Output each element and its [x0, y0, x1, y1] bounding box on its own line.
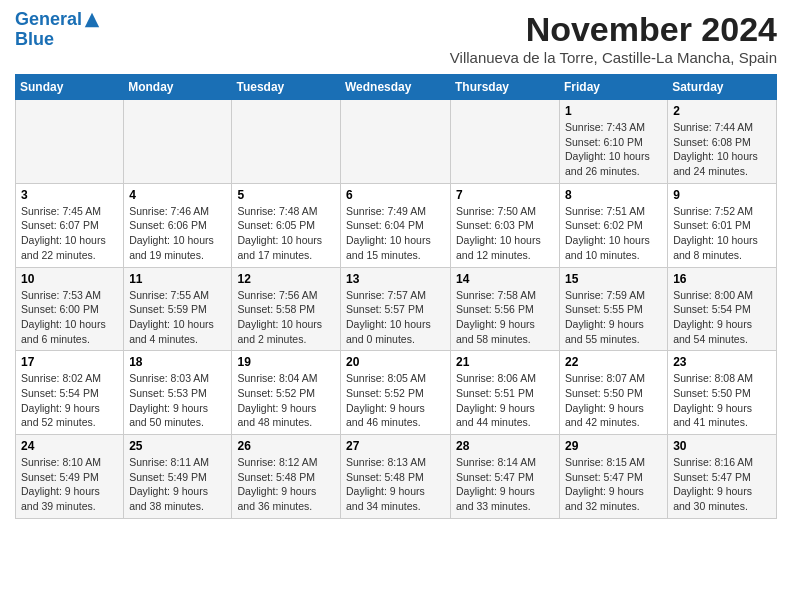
day-info: Sunrise: 8:14 AM Sunset: 5:47 PM Dayligh…	[456, 455, 554, 514]
logo: General Blue	[15, 10, 101, 50]
calendar-cell: 23Sunrise: 8:08 AM Sunset: 5:50 PM Dayli…	[668, 351, 777, 435]
day-info: Sunrise: 7:58 AM Sunset: 5:56 PM Dayligh…	[456, 288, 554, 347]
day-number: 27	[346, 439, 445, 453]
calendar-cell: 21Sunrise: 8:06 AM Sunset: 5:51 PM Dayli…	[451, 351, 560, 435]
calendar-cell: 18Sunrise: 8:03 AM Sunset: 5:53 PM Dayli…	[124, 351, 232, 435]
day-number: 21	[456, 355, 554, 369]
day-info: Sunrise: 8:13 AM Sunset: 5:48 PM Dayligh…	[346, 455, 445, 514]
day-number: 19	[237, 355, 335, 369]
day-number: 25	[129, 439, 226, 453]
calendar-cell	[124, 100, 232, 184]
day-info: Sunrise: 7:56 AM Sunset: 5:58 PM Dayligh…	[237, 288, 335, 347]
calendar-table: SundayMondayTuesdayWednesdayThursdayFrid…	[15, 74, 777, 519]
calendar-week-row: 17Sunrise: 8:02 AM Sunset: 5:54 PM Dayli…	[16, 351, 777, 435]
weekday-header-row: SundayMondayTuesdayWednesdayThursdayFrid…	[16, 75, 777, 100]
weekday-header: Sunday	[16, 75, 124, 100]
calendar-week-row: 3Sunrise: 7:45 AM Sunset: 6:07 PM Daylig…	[16, 183, 777, 267]
day-info: Sunrise: 8:02 AM Sunset: 5:54 PM Dayligh…	[21, 371, 118, 430]
month-title: November 2024	[450, 10, 777, 49]
weekday-header: Tuesday	[232, 75, 341, 100]
weekday-header: Wednesday	[341, 75, 451, 100]
calendar-cell: 4Sunrise: 7:46 AM Sunset: 6:06 PM Daylig…	[124, 183, 232, 267]
day-number: 20	[346, 355, 445, 369]
day-number: 22	[565, 355, 662, 369]
calendar-cell: 14Sunrise: 7:58 AM Sunset: 5:56 PM Dayli…	[451, 267, 560, 351]
day-info: Sunrise: 8:12 AM Sunset: 5:48 PM Dayligh…	[237, 455, 335, 514]
day-info: Sunrise: 8:05 AM Sunset: 5:52 PM Dayligh…	[346, 371, 445, 430]
calendar-cell	[16, 100, 124, 184]
calendar-cell: 8Sunrise: 7:51 AM Sunset: 6:02 PM Daylig…	[560, 183, 668, 267]
day-info: Sunrise: 7:46 AM Sunset: 6:06 PM Dayligh…	[129, 204, 226, 263]
day-number: 8	[565, 188, 662, 202]
location-title: Villanueva de la Torre, Castille-La Manc…	[450, 49, 777, 66]
calendar-cell: 15Sunrise: 7:59 AM Sunset: 5:55 PM Dayli…	[560, 267, 668, 351]
calendar-cell: 12Sunrise: 7:56 AM Sunset: 5:58 PM Dayli…	[232, 267, 341, 351]
day-number: 1	[565, 104, 662, 118]
day-number: 12	[237, 272, 335, 286]
day-info: Sunrise: 7:44 AM Sunset: 6:08 PM Dayligh…	[673, 120, 771, 179]
day-number: 16	[673, 272, 771, 286]
day-number: 30	[673, 439, 771, 453]
day-info: Sunrise: 7:50 AM Sunset: 6:03 PM Dayligh…	[456, 204, 554, 263]
calendar-week-row: 1Sunrise: 7:43 AM Sunset: 6:10 PM Daylig…	[16, 100, 777, 184]
calendar-cell: 27Sunrise: 8:13 AM Sunset: 5:48 PM Dayli…	[341, 435, 451, 519]
logo-general: General	[15, 10, 82, 30]
calendar-cell: 19Sunrise: 8:04 AM Sunset: 5:52 PM Dayli…	[232, 351, 341, 435]
day-info: Sunrise: 8:06 AM Sunset: 5:51 PM Dayligh…	[456, 371, 554, 430]
logo-blue: Blue	[15, 30, 101, 50]
weekday-header: Friday	[560, 75, 668, 100]
day-info: Sunrise: 8:15 AM Sunset: 5:47 PM Dayligh…	[565, 455, 662, 514]
calendar-cell: 16Sunrise: 8:00 AM Sunset: 5:54 PM Dayli…	[668, 267, 777, 351]
day-number: 24	[21, 439, 118, 453]
day-number: 29	[565, 439, 662, 453]
calendar-cell: 22Sunrise: 8:07 AM Sunset: 5:50 PM Dayli…	[560, 351, 668, 435]
day-info: Sunrise: 7:48 AM Sunset: 6:05 PM Dayligh…	[237, 204, 335, 263]
day-info: Sunrise: 8:11 AM Sunset: 5:49 PM Dayligh…	[129, 455, 226, 514]
calendar-week-row: 24Sunrise: 8:10 AM Sunset: 5:49 PM Dayli…	[16, 435, 777, 519]
calendar-cell: 6Sunrise: 7:49 AM Sunset: 6:04 PM Daylig…	[341, 183, 451, 267]
calendar-cell: 17Sunrise: 8:02 AM Sunset: 5:54 PM Dayli…	[16, 351, 124, 435]
day-number: 10	[21, 272, 118, 286]
day-info: Sunrise: 8:03 AM Sunset: 5:53 PM Dayligh…	[129, 371, 226, 430]
day-info: Sunrise: 7:52 AM Sunset: 6:01 PM Dayligh…	[673, 204, 771, 263]
calendar-week-row: 10Sunrise: 7:53 AM Sunset: 6:00 PM Dayli…	[16, 267, 777, 351]
day-number: 18	[129, 355, 226, 369]
day-info: Sunrise: 7:49 AM Sunset: 6:04 PM Dayligh…	[346, 204, 445, 263]
day-number: 15	[565, 272, 662, 286]
weekday-header: Saturday	[668, 75, 777, 100]
weekday-header: Monday	[124, 75, 232, 100]
calendar-cell	[341, 100, 451, 184]
day-info: Sunrise: 8:10 AM Sunset: 5:49 PM Dayligh…	[21, 455, 118, 514]
logo-icon	[83, 11, 101, 29]
day-info: Sunrise: 7:55 AM Sunset: 5:59 PM Dayligh…	[129, 288, 226, 347]
day-number: 7	[456, 188, 554, 202]
calendar-cell: 20Sunrise: 8:05 AM Sunset: 5:52 PM Dayli…	[341, 351, 451, 435]
weekday-header: Thursday	[451, 75, 560, 100]
day-number: 11	[129, 272, 226, 286]
day-number: 17	[21, 355, 118, 369]
calendar-cell: 30Sunrise: 8:16 AM Sunset: 5:47 PM Dayli…	[668, 435, 777, 519]
day-number: 5	[237, 188, 335, 202]
calendar-cell	[232, 100, 341, 184]
calendar-cell: 28Sunrise: 8:14 AM Sunset: 5:47 PM Dayli…	[451, 435, 560, 519]
calendar-cell: 1Sunrise: 7:43 AM Sunset: 6:10 PM Daylig…	[560, 100, 668, 184]
calendar-cell	[451, 100, 560, 184]
day-info: Sunrise: 7:53 AM Sunset: 6:00 PM Dayligh…	[21, 288, 118, 347]
calendar-cell: 2Sunrise: 7:44 AM Sunset: 6:08 PM Daylig…	[668, 100, 777, 184]
day-number: 2	[673, 104, 771, 118]
calendar-cell: 7Sunrise: 7:50 AM Sunset: 6:03 PM Daylig…	[451, 183, 560, 267]
calendar-cell: 10Sunrise: 7:53 AM Sunset: 6:00 PM Dayli…	[16, 267, 124, 351]
day-number: 6	[346, 188, 445, 202]
day-info: Sunrise: 8:07 AM Sunset: 5:50 PM Dayligh…	[565, 371, 662, 430]
calendar-cell: 24Sunrise: 8:10 AM Sunset: 5:49 PM Dayli…	[16, 435, 124, 519]
day-number: 4	[129, 188, 226, 202]
day-number: 26	[237, 439, 335, 453]
day-number: 14	[456, 272, 554, 286]
calendar-cell: 29Sunrise: 8:15 AM Sunset: 5:47 PM Dayli…	[560, 435, 668, 519]
day-info: Sunrise: 7:45 AM Sunset: 6:07 PM Dayligh…	[21, 204, 118, 263]
calendar-cell: 9Sunrise: 7:52 AM Sunset: 6:01 PM Daylig…	[668, 183, 777, 267]
day-number: 13	[346, 272, 445, 286]
day-info: Sunrise: 8:00 AM Sunset: 5:54 PM Dayligh…	[673, 288, 771, 347]
calendar-cell: 5Sunrise: 7:48 AM Sunset: 6:05 PM Daylig…	[232, 183, 341, 267]
day-info: Sunrise: 8:08 AM Sunset: 5:50 PM Dayligh…	[673, 371, 771, 430]
